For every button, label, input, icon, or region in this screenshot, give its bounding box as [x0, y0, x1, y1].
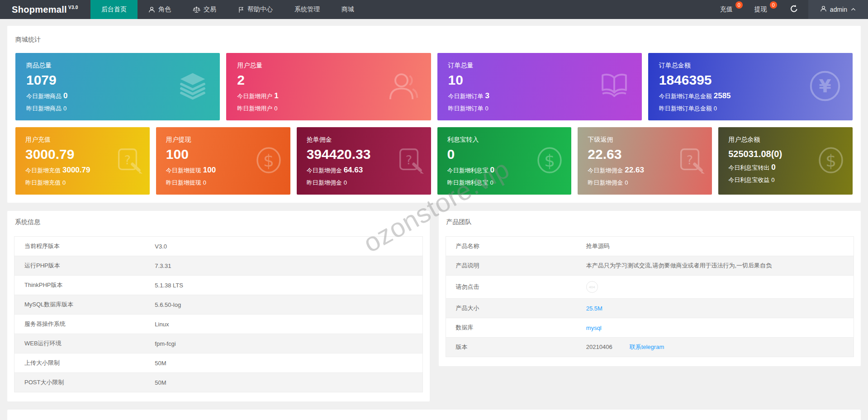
product-size-link[interactable]: 25.5M: [586, 305, 602, 312]
stat-tile-user-total-balance: 用户总余额 525031.08(0) 今日利息宝转出0 今日利息宝收益0 $: [718, 127, 853, 195]
tile-yesterday-line: 昨日新增订单总金额0: [659, 105, 842, 113]
stat-tile-total-orders: 订单总量 10 今日新增订单3 昨日新增订单0: [437, 53, 642, 120]
mall-statistics-title: 商城统计: [15, 36, 853, 44]
dollar-circle-icon: $: [535, 145, 564, 177]
nav-item-label: 交易: [204, 5, 216, 14]
product-team-title: 产品团队: [446, 218, 854, 226]
version-number: 20210406: [586, 344, 612, 350]
table-row: WEB运行环境fpm-fcgi: [14, 334, 423, 353]
svg-text:$: $: [825, 151, 836, 171]
tile-yesterday-line: 昨日新增用户0: [237, 105, 420, 113]
nav-menu: 后台首页 角色 交易 帮助中心 系统管理 商城: [90, 0, 711, 19]
tile-title: 商品总量: [26, 62, 209, 70]
database-link[interactable]: mysql: [586, 325, 602, 331]
stat-tile-total-users: 用户总量 2 今日新增用户1 昨日新增用户0: [226, 53, 431, 120]
chevron-up-icon: [850, 6, 856, 13]
app-logo-text: Shopmemall: [12, 5, 67, 15]
table-row: 产品名称 抢单源码: [446, 237, 854, 256]
stat-tile-user-recharge: 用户充值 3000.79 今日新增充值3000.79 昨日新增充值0 ?: [15, 127, 150, 195]
nav-item-mall[interactable]: 商城: [331, 0, 365, 19]
table-row: 当前程序版本V3.0: [14, 237, 423, 256]
top-navbar: ShopmemallV3.0 后台首页 角色 交易 帮助中心 系统管理 商城 充…: [0, 0, 868, 19]
nav-item-label: 后台首页: [101, 5, 127, 14]
svg-text:$: $: [263, 151, 274, 171]
tile-title: 用户提现: [166, 136, 280, 144]
tile-yesterday-line: 今日利息宝收益0: [728, 176, 843, 184]
svg-text:?: ?: [405, 153, 412, 167]
app-logo[interactable]: ShopmemallV3.0: [0, 0, 90, 19]
refresh-button[interactable]: [780, 0, 808, 19]
table-row: POST大小限制50M: [14, 373, 423, 392]
table-row: 产品大小 25.5M: [446, 299, 854, 318]
stat-tile-order-commission: 抢单佣金 394420.33 今日新增佣金64.63 昨日新增佣金0 ?: [297, 127, 431, 195]
nav-item-label: 商城: [342, 5, 354, 14]
flag-icon: [238, 6, 244, 13]
stat-tiles-row-1: 商品总量 1079 今日新增商品0 昨日新增商品0 用户总量 2 今日新增用户1…: [15, 53, 853, 120]
users-icon: [387, 70, 420, 104]
table-row: 请勿点击 404: [446, 276, 854, 299]
stat-tile-user-withdraw: 用户提现 100 今日新增提现100 昨日新增提现0 $: [156, 127, 290, 195]
mall-statistics-card: 商城统计 商品总量 1079 今日新增商品0 昨日新增商品0 用户总量 2 今日…: [7, 26, 861, 203]
tile-title: 利息宝转入: [447, 136, 562, 144]
system-info-title: 系统信息: [14, 218, 423, 226]
admin-username: admin: [830, 6, 847, 13]
nav-item-label: 系统管理: [294, 5, 320, 14]
nav-item-label: 角色: [158, 5, 171, 14]
table-row: MySQL数据库版本5.6.50-log: [14, 295, 423, 315]
tile-title: 用户总量: [237, 62, 420, 70]
stat-tiles-row-2: 用户充值 3000.79 今日新增充值3000.79 昨日新增充值0 ? 用户提…: [15, 127, 853, 195]
doc-question-icon: ?: [396, 146, 424, 176]
svg-text:$: $: [544, 151, 555, 171]
nav-right: 充值 0 提现 0 admin: [711, 0, 868, 19]
dollar-circle-icon: $: [816, 145, 845, 177]
user-icon: [148, 6, 155, 13]
dollar-circle-icon: $: [254, 145, 283, 177]
table-row: 上传大小限制50M: [14, 353, 423, 373]
nav-item-dashboard[interactable]: 后台首页: [90, 0, 138, 19]
tile-yesterday-line: 昨日新增订单0: [448, 105, 631, 113]
svg-text:¥: ¥: [819, 76, 831, 96]
stat-tile-subordinate-rebate: 下级返佣 22.63 今日新增佣金22.63 昨日新增佣金0 ?: [578, 127, 712, 195]
system-info-card: 系统信息 当前程序版本V3.0 运行PHP版本7.3.31 ThinkPHP版本…: [7, 211, 430, 401]
table-row: 产品说明 本产品只为学习测试交流,请勿要做商业或者用于违法行为,一切后果自负: [446, 256, 854, 276]
tile-title: 用户总余额: [728, 136, 843, 144]
telegram-contact-link[interactable]: 联系telegram: [630, 344, 664, 350]
badge-404[interactable]: 404: [586, 281, 598, 293]
table-row: 服务器操作系统Linux: [14, 315, 423, 334]
doc-question-icon: ?: [114, 146, 142, 176]
recharge-button[interactable]: 充值 0: [711, 0, 745, 19]
doc-question-icon: ?: [677, 146, 705, 176]
tile-yesterday-line: 昨日新增充值0: [25, 179, 140, 187]
admin-user-icon: [820, 5, 827, 14]
stat-tile-order-amount: 订单总金额 1846395 今日新增订单总金额2585 昨日新增订单总金额0 ¥: [648, 53, 853, 120]
nav-item-help-center[interactable]: 帮助中心: [227, 0, 284, 19]
tile-yesterday-line: 昨日新增佣金0: [307, 179, 421, 187]
nav-item-roles[interactable]: 角色: [138, 0, 182, 19]
svg-text:?: ?: [124, 153, 131, 167]
stat-tile-interest-transfer-in: 利息宝转入 0 今日新增利息宝0 昨日新增利息宝0 $: [437, 127, 572, 195]
layers-icon: [176, 70, 209, 104]
product-team-table: 产品名称 抢单源码 产品说明 本产品只为学习测试交流,请勿要做商业或者用于违法行…: [446, 236, 854, 357]
yen-circle-icon: ¥: [808, 69, 842, 105]
table-row: 数据库 mysql: [446, 318, 854, 338]
tile-title: 订单总量: [448, 62, 631, 70]
nav-item-trade[interactable]: 交易: [182, 0, 227, 19]
tile-yesterday-line: 昨日新增佣金0: [588, 179, 702, 187]
withdraw-button[interactable]: 提现 0: [745, 0, 780, 19]
nav-item-system-settings[interactable]: 系统管理: [284, 0, 331, 19]
tile-title: 下级返佣: [588, 136, 702, 144]
book-icon: [598, 70, 631, 104]
admin-menu[interactable]: admin: [808, 0, 868, 19]
stat-tile-total-products: 商品总量 1079 今日新增商品0 昨日新增商品0: [15, 53, 220, 120]
svg-text:?: ?: [687, 153, 693, 167]
withdraw-badge: 0: [770, 1, 777, 9]
product-team-card: 产品团队 产品名称 抢单源码 产品说明 本产品只为学习测试交流,请勿要做商业或者…: [439, 211, 861, 366]
tile-title: 订单总金额: [659, 62, 842, 70]
tile-title: 用户充值: [25, 136, 140, 144]
tile-title: 抢单佣金: [307, 136, 421, 144]
refresh-icon: [790, 5, 798, 15]
recharge-label: 充值: [720, 5, 733, 14]
recharge-badge: 0: [735, 1, 743, 9]
tile-yesterday-line: 昨日新增提现0: [166, 179, 280, 187]
main-content: 商城统计 商品总量 1079 今日新增商品0 昨日新增商品0 用户总量 2 今日…: [0, 19, 868, 420]
